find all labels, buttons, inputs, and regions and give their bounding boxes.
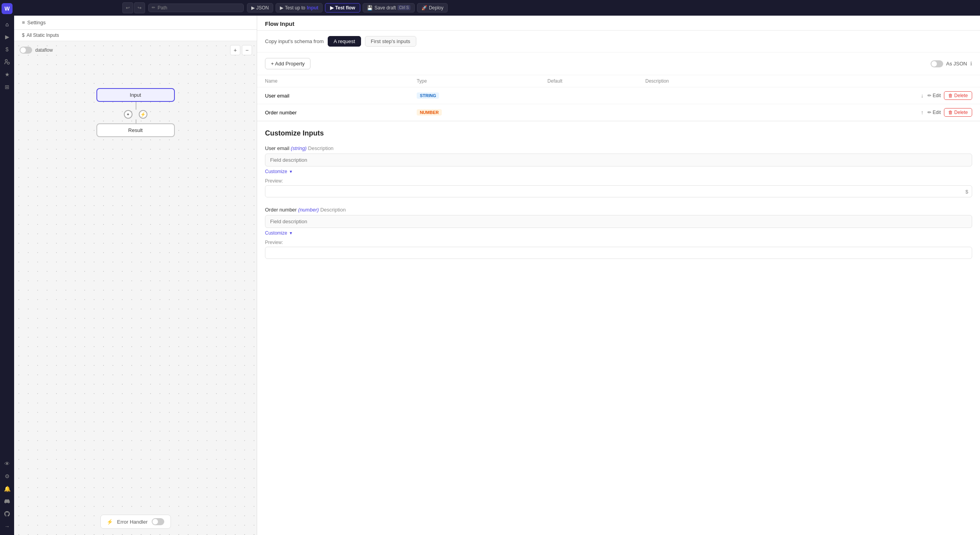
deploy-button[interactable]: 🚀 Deploy bbox=[417, 3, 448, 13]
customize-toggle-email[interactable]: Customize ▾ bbox=[265, 169, 972, 174]
sidebar-item-users[interactable] bbox=[2, 56, 13, 67]
play-icon-test: ▶ bbox=[330, 5, 334, 11]
type-label-email: (string) bbox=[291, 145, 307, 151]
icon-sidebar: W ⌂ ▶ $ ★ ⊞ 👁 ⚙ 🔔 → bbox=[0, 0, 14, 535]
row-default-order bbox=[540, 104, 638, 121]
zoom-in-button[interactable]: + bbox=[230, 45, 240, 55]
app-logo[interactable]: W bbox=[2, 3, 13, 14]
customize-toggle-order[interactable]: Customize ▾ bbox=[265, 230, 972, 236]
table-row: Order number NUMBER ↑ ✏ Edit 🗑 Delete bbox=[257, 104, 980, 121]
sidebar-item-settings[interactable]: ⚙ bbox=[2, 471, 13, 482]
col-name: Name bbox=[257, 75, 409, 87]
preview-input-wrap-email: $ bbox=[265, 185, 972, 197]
input-node[interactable]: Input bbox=[96, 88, 175, 102]
preview-row-email: Preview: $ bbox=[265, 178, 972, 197]
topbar-actions: ▶ JSON ▶ Test up to Input ▶ Test flow 💾 … bbox=[247, 3, 448, 13]
path-section: ✏ Path u/henri/eager_flow bbox=[148, 4, 244, 12]
flow-name-field[interactable]: Tuto Refund branches - Manually bbox=[17, 5, 119, 11]
row-name-order: Order number bbox=[257, 104, 409, 121]
settings-item[interactable]: ≡ Settings bbox=[19, 18, 49, 27]
content-area: ≡ Settings $ All Static Inputs dataflow bbox=[14, 16, 980, 535]
error-handler-label: Error Handler bbox=[117, 519, 147, 525]
field-label-order: Order number (number) Description bbox=[265, 207, 972, 213]
preview-label-order: Preview: bbox=[265, 240, 972, 245]
flow-toolbar: ≡ Settings bbox=[14, 16, 257, 30]
preview-input-order[interactable] bbox=[265, 247, 972, 259]
customize-title: Customize Inputs bbox=[265, 129, 972, 137]
add-property-button[interactable]: + Add Property bbox=[265, 58, 310, 69]
col-description: Description bbox=[637, 75, 763, 87]
json-button[interactable]: ▶ JSON bbox=[247, 3, 273, 13]
col-actions bbox=[763, 75, 980, 87]
flow-name-input[interactable]: Tuto Refund branches - Manually bbox=[17, 5, 119, 11]
desc-suffix-email: Description bbox=[308, 145, 334, 151]
flow-panel: ≡ Settings $ All Static Inputs dataflow bbox=[14, 16, 257, 535]
row-desc-email bbox=[637, 87, 763, 104]
sidebar-item-apps[interactable]: ⊞ bbox=[2, 81, 13, 92]
row-type-order: NUMBER bbox=[409, 104, 540, 121]
sidebar-item-notifications[interactable]: 🔔 bbox=[2, 483, 13, 494]
sidebar-item-favorites[interactable]: ★ bbox=[2, 69, 13, 80]
save-icon: 💾 bbox=[367, 5, 373, 11]
test-upto-button[interactable]: ▶ Test up to Input bbox=[276, 3, 323, 13]
delete-email-button[interactable]: 🗑 Delete bbox=[944, 91, 972, 100]
redo-button[interactable]: ↪ bbox=[134, 2, 145, 13]
sidebar-item-github[interactable] bbox=[2, 508, 13, 519]
customize-label-order: Customize bbox=[265, 230, 287, 236]
preview-input-email[interactable] bbox=[265, 185, 972, 197]
btn-first-step-inputs[interactable]: First step's inputs bbox=[365, 36, 416, 47]
all-static-inputs-item[interactable]: $ All Static Inputs bbox=[19, 31, 62, 39]
result-node[interactable]: Result bbox=[96, 123, 175, 137]
edit-order-button[interactable]: ✏ Edit bbox=[927, 110, 941, 115]
row-actions-order: ↑ ✏ Edit 🗑 Delete bbox=[763, 104, 980, 121]
row-desc-order bbox=[637, 104, 763, 121]
zoom-out-button[interactable]: − bbox=[242, 45, 252, 55]
move-up-order[interactable]: ↑ bbox=[920, 108, 924, 116]
table-row: User email STRING ↓ ✏ Edit 🗑 Delete bbox=[257, 87, 980, 104]
row-type-email: STRING bbox=[409, 87, 540, 104]
as-json-label: As JSON bbox=[946, 61, 967, 67]
sidebar-item-monitor[interactable]: 👁 bbox=[2, 458, 13, 469]
as-json-toggle-switch[interactable] bbox=[931, 60, 943, 67]
right-panel: Flow Input Copy input's schema from A re… bbox=[257, 16, 980, 535]
error-handler-toggle[interactable] bbox=[152, 518, 164, 525]
error-handler-bar: ⚡ Error Handler bbox=[100, 515, 171, 529]
settings-icon: ≡ bbox=[22, 20, 25, 25]
flow-canvas[interactable]: dataflow + − Input ✦ ⚡ bbox=[14, 41, 257, 535]
save-draft-button[interactable]: 💾 Save draft Ctrl S bbox=[363, 3, 415, 13]
svg-point-1 bbox=[7, 62, 9, 64]
as-json-info-icon[interactable]: ℹ bbox=[970, 61, 972, 67]
connector-bolt[interactable]: ⚡ bbox=[139, 110, 147, 119]
node-connectors: ✦ ⚡ bbox=[124, 110, 147, 119]
add-property-section: + Add Property As JSON ℹ bbox=[257, 52, 980, 75]
field-input-order[interactable] bbox=[265, 215, 972, 228]
sidebar-item-home[interactable]: ⌂ bbox=[2, 19, 13, 30]
sidebar-item-billing[interactable]: $ bbox=[2, 44, 13, 55]
dollar-icon-static: $ bbox=[22, 33, 25, 38]
main-wrapper: Tuto Refund branches - Manually ↩ ↪ ✏ Pa… bbox=[14, 0, 980, 535]
schema-copy-label: Copy input's schema from bbox=[265, 38, 324, 44]
col-type: Type bbox=[409, 75, 540, 87]
dataflow-label: dataflow bbox=[35, 47, 53, 53]
sidebar-item-flows[interactable]: ▶ bbox=[2, 31, 13, 42]
field-group-email: User email (string) Description Customiz… bbox=[265, 145, 972, 197]
move-down-email[interactable]: ↓ bbox=[920, 92, 924, 99]
test-flow-button[interactable]: ▶ Test flow bbox=[325, 3, 360, 13]
dataflow-toggle-row: dataflow bbox=[20, 47, 53, 54]
dollar-icon-email: $ bbox=[965, 188, 968, 194]
connector-add[interactable]: ✦ bbox=[124, 110, 132, 119]
field-group-order: Order number (number) Description Custom… bbox=[265, 207, 972, 259]
delete-order-button[interactable]: 🗑 Delete bbox=[944, 108, 972, 117]
chevron-down-icon-order: ▾ bbox=[290, 230, 292, 236]
play-icon: ▶ bbox=[280, 5, 283, 11]
sidebar-item-expand[interactable]: → bbox=[2, 521, 13, 532]
edit-email-button[interactable]: ✏ Edit bbox=[927, 93, 941, 98]
dataflow-toggle[interactable] bbox=[20, 47, 32, 54]
field-input-email[interactable] bbox=[265, 154, 972, 166]
sidebar-item-discord[interactable] bbox=[2, 496, 13, 507]
path-input[interactable]: u/henri/eager_flow bbox=[170, 5, 240, 11]
row-actions-email: ↓ ✏ Edit 🗑 Delete bbox=[763, 87, 980, 104]
preview-input-wrap-order bbox=[265, 247, 972, 259]
btn-a-request[interactable]: A request bbox=[328, 36, 361, 47]
undo-button[interactable]: ↩ bbox=[122, 2, 133, 13]
